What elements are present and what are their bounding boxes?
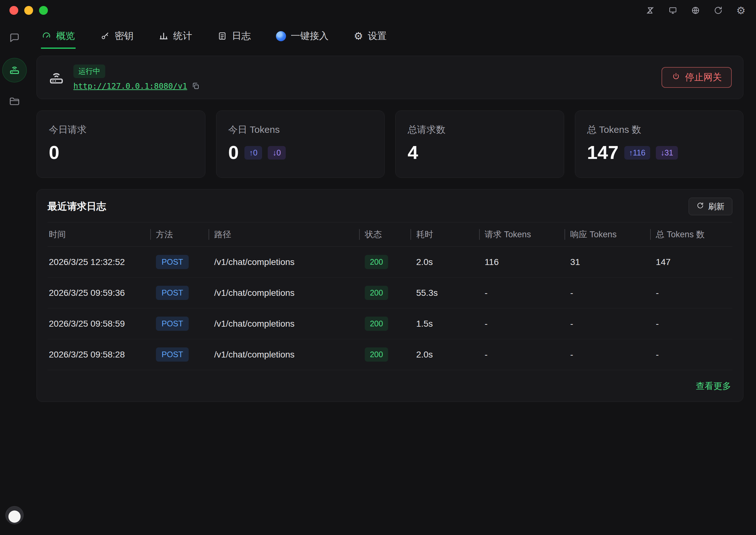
stat-card-total-tokens: 总 Tokens 数 147 ↑116 ↓31 bbox=[575, 110, 744, 178]
cell-time: 2026/3/25 09:58:59 bbox=[47, 308, 150, 339]
cell-duration: 1.5s bbox=[410, 308, 479, 339]
main-content: 概览 密钥 统计 日志 一键接入 bbox=[29, 21, 756, 535]
col-req-tokens: 请求 Tokens bbox=[479, 222, 565, 247]
col-path: 路径 bbox=[208, 222, 359, 247]
display-icon[interactable] bbox=[667, 5, 679, 16]
zoom-button[interactable] bbox=[39, 6, 48, 15]
bar-chart-icon bbox=[159, 31, 168, 41]
refresh-icon bbox=[696, 202, 704, 211]
stat-card-today-requests: 今日请求 0 bbox=[37, 110, 205, 178]
stop-gateway-label: 停止网关 bbox=[685, 71, 722, 84]
tokens-up-badge: ↑0 bbox=[244, 146, 262, 159]
tab-stats[interactable]: 统计 bbox=[158, 30, 193, 49]
table-header-row: 时间 方法 路径 状态 耗时 请求 Tokens 响应 Tokens 总 Tok… bbox=[47, 222, 732, 247]
col-res-tokens: 响应 Tokens bbox=[564, 222, 650, 247]
tab-label: 统计 bbox=[173, 30, 192, 42]
logs-title: 最近请求日志 bbox=[47, 200, 106, 213]
col-time: 时间 bbox=[47, 222, 150, 247]
cell-req-tokens: - bbox=[479, 278, 565, 308]
cell-res-tokens: 31 bbox=[564, 247, 650, 278]
tab-keys[interactable]: 密钥 bbox=[100, 30, 134, 49]
method-badge: POST bbox=[156, 286, 189, 300]
status-badge: 运行中 bbox=[74, 65, 105, 78]
timer-off-icon[interactable] bbox=[645, 5, 656, 16]
cell-res-tokens: - bbox=[564, 308, 650, 339]
cell-total-tokens: - bbox=[650, 308, 732, 339]
titlebar-actions: ⚙ bbox=[645, 5, 746, 16]
gateway-icon bbox=[9, 64, 20, 77]
app-window: ⚙ bbox=[0, 0, 756, 535]
stat-card-total-requests: 总请求数 4 bbox=[395, 110, 564, 178]
status-code-badge: 200 bbox=[365, 255, 388, 269]
sidebar-item-files[interactable] bbox=[4, 92, 25, 112]
status-code-badge: 200 bbox=[365, 348, 388, 362]
gateway-url-row: http://127.0.0.1:8080/v1 bbox=[74, 81, 200, 91]
close-button[interactable] bbox=[10, 6, 18, 15]
refresh-label: 刷新 bbox=[708, 201, 724, 212]
cell-path: /v1/chat/completions bbox=[208, 308, 359, 339]
sidebar bbox=[0, 21, 29, 535]
refresh-logs-button[interactable]: 刷新 bbox=[689, 198, 732, 215]
gateway-url-link[interactable]: http://127.0.0.1:8080/v1 bbox=[74, 81, 187, 91]
tab-label: 日志 bbox=[232, 30, 251, 42]
stat-value: 0 bbox=[228, 143, 239, 162]
globe-icon[interactable] bbox=[690, 5, 701, 16]
tab-overview[interactable]: 概览 bbox=[41, 30, 76, 49]
view-more-link[interactable]: 查看更多 bbox=[696, 380, 731, 392]
method-badge: POST bbox=[156, 317, 189, 331]
cell-res-tokens: - bbox=[564, 278, 650, 308]
table-row: 2026/3/25 12:32:52 POST /v1/chat/complet… bbox=[47, 247, 732, 278]
tab-label: 设置 bbox=[368, 30, 387, 42]
settings-icon[interactable]: ⚙ bbox=[735, 5, 746, 16]
stat-value: 0 bbox=[49, 143, 59, 162]
stats-row: 今日请求 0 今日 Tokens 0 ↑0 ↓0 总请求数 bbox=[37, 110, 743, 178]
cell-total-tokens: 147 bbox=[650, 247, 732, 278]
logs-table: 时间 方法 路径 状态 耗时 请求 Tokens 响应 Tokens 总 Tok… bbox=[47, 222, 732, 370]
cell-duration: 2.0s bbox=[410, 247, 479, 278]
connect-icon bbox=[276, 31, 286, 41]
cell-req-tokens: 116 bbox=[479, 247, 565, 278]
stop-gateway-button[interactable]: 停止网关 bbox=[661, 67, 732, 88]
folder-icon bbox=[9, 96, 20, 108]
recent-logs-card: 最近请求日志 刷新 时间 bbox=[37, 189, 743, 402]
cell-total-tokens: - bbox=[650, 278, 732, 308]
copy-icon[interactable] bbox=[192, 82, 200, 90]
tab-label: 概览 bbox=[56, 30, 75, 42]
col-status: 状态 bbox=[359, 222, 410, 247]
sidebar-item-chat[interactable] bbox=[4, 28, 25, 48]
tab-settings[interactable]: ⚙ 设置 bbox=[353, 30, 387, 49]
tab-logs[interactable]: 日志 bbox=[217, 30, 251, 49]
tab-label: 密钥 bbox=[115, 30, 134, 42]
status-code-badge: 200 bbox=[365, 317, 388, 331]
tab-bar: 概览 密钥 统计 日志 一键接入 bbox=[37, 21, 743, 49]
user-avatar[interactable] bbox=[5, 506, 24, 524]
gateway-status-card: 运行中 http://127.0.0.1:8080/v1 停止网关 bbox=[37, 56, 743, 99]
table-row: 2026/3/25 09:58:59 POST /v1/chat/complet… bbox=[47, 308, 732, 339]
refresh-icon[interactable] bbox=[712, 5, 724, 16]
cell-res-tokens: - bbox=[564, 339, 650, 370]
tokens-down-badge: ↓0 bbox=[268, 146, 286, 159]
col-duration: 耗时 bbox=[410, 222, 479, 247]
sidebar-item-gateway[interactable] bbox=[2, 58, 27, 82]
table-row: 2026/3/25 09:59:36 POST /v1/chat/complet… bbox=[47, 278, 732, 308]
col-total-tokens: 总 Tokens 数 bbox=[650, 222, 732, 247]
stat-card-today-tokens: 今日 Tokens 0 ↑0 ↓0 bbox=[216, 110, 385, 178]
stat-value: 147 bbox=[587, 143, 619, 162]
cell-req-tokens: - bbox=[479, 308, 565, 339]
cell-duration: 55.3s bbox=[410, 278, 479, 308]
minimize-button[interactable] bbox=[24, 6, 33, 15]
cell-total-tokens: - bbox=[650, 339, 732, 370]
tab-quick-connect[interactable]: 一键接入 bbox=[275, 30, 329, 49]
cell-time: 2026/3/25 09:58:28 bbox=[47, 339, 150, 370]
tab-label: 一键接入 bbox=[291, 30, 328, 42]
stat-label: 总 Tokens 数 bbox=[587, 123, 731, 136]
cell-req-tokens: - bbox=[479, 339, 565, 370]
chat-icon bbox=[9, 32, 20, 45]
stat-label: 今日 Tokens bbox=[228, 123, 373, 136]
method-badge: POST bbox=[156, 348, 189, 362]
window-body: 概览 密钥 统计 日志 一键接入 bbox=[0, 21, 756, 535]
stat-label: 今日请求 bbox=[49, 123, 193, 136]
log-icon bbox=[217, 31, 227, 41]
gauge-icon bbox=[42, 31, 51, 41]
titlebar: ⚙ bbox=[0, 0, 756, 21]
